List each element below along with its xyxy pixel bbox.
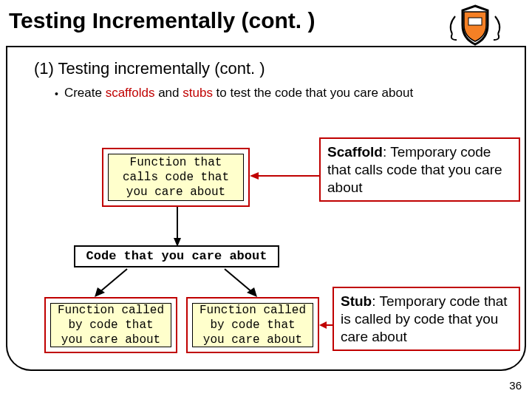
slide: Testing Incrementally (cont. ) (1) Testi…: [0, 0, 532, 399]
code-care-box: Code that you care about: [74, 245, 279, 267]
bullet-line: •Create scaffolds and stubs to test the …: [55, 86, 413, 100]
svg-marker-2: [250, 172, 259, 180]
slide-title: Testing Incrementally (cont. ): [9, 8, 316, 33]
arrow-stub: [319, 319, 334, 331]
svg-rect-0: [468, 18, 482, 25]
code-care-text: Code that you care about: [86, 248, 267, 264]
title-underline: [6, 46, 526, 47]
svg-line-7: [225, 269, 253, 293]
bullet-kw-scaffolds: scaffolds: [106, 86, 155, 100]
scaffold-label: Scaffold: [327, 144, 383, 160]
arrow-caller-to-code: [171, 205, 183, 247]
called-text-1: Function called by code that you care ab…: [50, 303, 171, 347]
svg-marker-4: [174, 238, 181, 247]
scaffold-caller-text: Function that calls code that you care a…: [108, 154, 244, 201]
called-box-1: Function called by code that you care ab…: [44, 297, 177, 353]
called-text-2: Function called by code that you care ab…: [192, 303, 313, 347]
stub-label: Stub: [341, 293, 372, 309]
bullet-mid: and: [154, 86, 183, 100]
scaffold-caller-box: Function that calls code that you care a…: [102, 148, 250, 207]
subtitle: (1) Testing incrementally (cont. ): [34, 59, 265, 78]
arrow-code-to-called2: [219, 267, 263, 300]
bullet-icon: •: [55, 88, 58, 100]
page-number: 36: [509, 379, 522, 392]
stub-annotation: Stub: Temporary code that is called by c…: [332, 287, 520, 351]
arrow-code-to-called1: [89, 267, 133, 300]
bullet-pre: Create: [64, 86, 106, 100]
scaffold-annotation: Scaffold: Temporary code that calls code…: [319, 137, 520, 202]
bullet-post: to test the code that you care about: [213, 86, 413, 100]
bullet-kw-stubs: stubs: [183, 86, 213, 100]
arrow-scaffold: [250, 170, 321, 182]
princeton-crest-icon: [434, 3, 516, 47]
called-box-2: Function called by code that you care ab…: [186, 297, 319, 353]
svg-line-5: [99, 269, 127, 293]
svg-marker-10: [319, 321, 327, 329]
